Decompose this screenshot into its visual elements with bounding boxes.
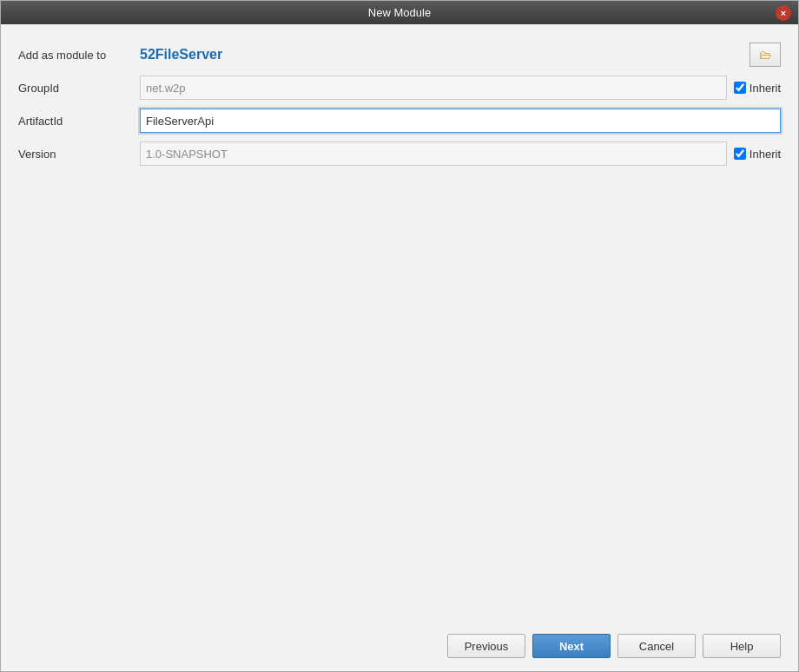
cancel-label: Cancel <box>639 640 674 653</box>
module-row: Add as module to 52FileServer 🗁 <box>18 42 781 68</box>
group-id-inherit-label: Inherit <box>749 82 781 95</box>
add-module-label: Add as module to <box>18 49 140 62</box>
version-label: Version <box>18 148 140 161</box>
version-inherit-section: Inherit <box>734 148 781 161</box>
artifact-id-row: ArtifactId <box>18 108 781 134</box>
dialog-title: New Module <box>368 6 431 19</box>
help-button[interactable]: Help <box>703 634 781 658</box>
browse-button[interactable]: 🗁 <box>749 43 781 67</box>
artifact-id-label: ArtifactId <box>18 115 140 128</box>
help-label: Help <box>730 640 754 653</box>
folder-icon: 🗁 <box>759 48 771 62</box>
version-input[interactable] <box>140 142 727 166</box>
previous-button[interactable]: Previous <box>447 634 525 658</box>
artifact-id-input[interactable] <box>140 109 781 133</box>
dialog-content: Add as module to 52FileServer 🗁 GroupId … <box>1 24 798 625</box>
close-icon: × <box>781 8 786 18</box>
close-button[interactable]: × <box>776 5 791 21</box>
version-row: Version Inherit <box>18 141 781 167</box>
version-inherit-label: Inherit <box>749 148 781 161</box>
module-name-value: 52FileServer <box>140 47 222 63</box>
group-id-row: GroupId Inherit <box>18 75 781 101</box>
group-id-input[interactable] <box>140 76 727 100</box>
new-module-dialog: New Module × Add as module to 52FileServ… <box>0 0 799 672</box>
title-bar: New Module × <box>1 1 798 24</box>
version-inherit-checkbox[interactable] <box>734 148 746 160</box>
dialog-footer: Previous Next Cancel Help <box>1 625 798 671</box>
form-section: Add as module to 52FileServer 🗁 GroupId … <box>18 42 781 174</box>
group-id-inherit-section: Inherit <box>734 82 781 95</box>
next-label: Next <box>559 640 584 653</box>
cancel-button[interactable]: Cancel <box>617 634 696 658</box>
group-id-label: GroupId <box>18 82 140 95</box>
previous-label: Previous <box>465 640 509 653</box>
next-button[interactable]: Next <box>532 634 611 658</box>
group-id-inherit-checkbox[interactable] <box>734 82 746 94</box>
